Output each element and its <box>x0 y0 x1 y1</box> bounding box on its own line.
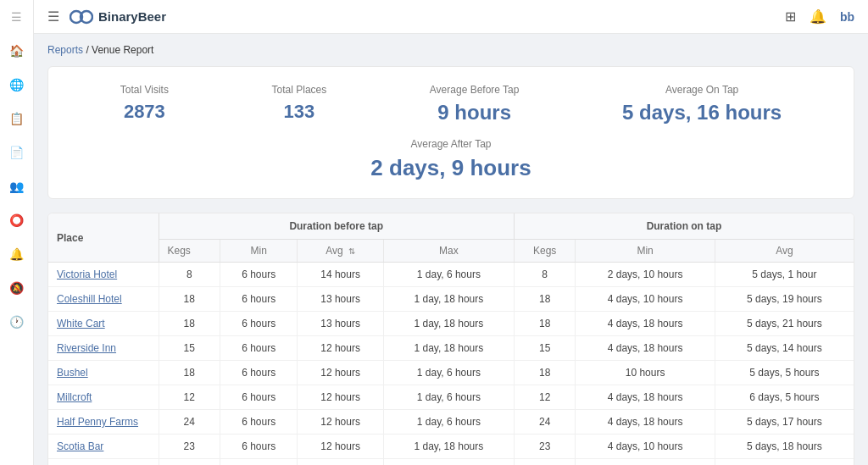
table-row: Half Penny Farms 24 6 hours 12 hours 1 d… <box>48 410 854 435</box>
cell-avg1: 12 hours <box>298 435 383 459</box>
cell-max1: 1 day, 18 hours <box>383 287 514 312</box>
cell-kegs2: 18 <box>514 287 575 312</box>
cell-avg1: 13 hours <box>298 312 383 336</box>
cell-kegs1: 24 <box>159 410 220 435</box>
venue-link[interactable]: Riverside Inn <box>57 342 116 354</box>
cell-kegs2: 23 <box>514 435 575 459</box>
cell-name: Bear Tavern <box>48 459 159 466</box>
table-row: Coleshill Hotel 18 6 hours 13 hours 1 da… <box>48 287 854 312</box>
cell-name: Victoria Hotel <box>48 263 159 287</box>
venue-link[interactable]: Victoria Hotel <box>57 268 117 280</box>
cell-min2: 4 days, 18 hours <box>576 459 715 466</box>
cell-kegs1: 15 <box>159 336 220 361</box>
subheader-min2: Min <box>576 240 715 263</box>
table-row: Riverside Inn 15 6 hours 12 hours 1 day,… <box>48 336 854 361</box>
cell-kegs2: 24 <box>514 410 575 435</box>
cell-kegs1: 18 <box>159 287 220 312</box>
table-body: Victoria Hotel 8 6 hours 14 hours 1 day,… <box>48 263 854 466</box>
stats-row-bottom: Average After Tap 2 days, 9 hours <box>69 138 833 181</box>
breadcrumb-parent[interactable]: Reports <box>47 44 83 56</box>
stat-avg-before-tap: Average Before Tap 9 hours <box>430 84 520 125</box>
sidebar-item-alert[interactable]: 🔕 <box>7 278 27 298</box>
subheader-kegs1: Kegs <box>159 240 220 263</box>
cell-avg1: 12 hours <box>298 336 383 361</box>
stat-avg-on-tap: Average On Tap 5 days, 16 hours <box>622 84 782 125</box>
cell-min1: 6 hours <box>220 361 297 385</box>
cell-kegs2: 12 <box>514 385 575 410</box>
subheader-avg1: Avg ⇅ <box>298 240 383 263</box>
venue-link[interactable]: Bushel <box>57 367 88 379</box>
total-visits-label: Total Visits <box>120 84 169 96</box>
cell-avg2: 5 days, 19 hours <box>715 287 854 312</box>
cell-min1: 6 hours <box>220 336 297 361</box>
venue-link[interactable]: Scotia Bar <box>57 440 103 452</box>
table-row: Bear Tavern 15 6 hours 12 hours 1 day, 6… <box>48 459 854 466</box>
table-row: Victoria Hotel 8 6 hours 14 hours 1 day,… <box>48 263 854 287</box>
sort-icon[interactable]: ⇅ <box>348 246 355 256</box>
cell-max1: 1 day, 6 hours <box>383 385 514 410</box>
cell-avg2: 6 days, 5 hours <box>715 385 854 410</box>
table-group-header-row: Place Duration before tap Duration on ta… <box>48 213 854 240</box>
sidebar-item-home[interactable]: 🏠 <box>7 41 27 61</box>
cell-min2: 4 days, 18 hours <box>576 385 715 410</box>
venue-link[interactable]: Millcroft <box>57 391 92 403</box>
sidebar-item-circle[interactable]: ⭕ <box>7 210 27 230</box>
cell-name: Coleshill Hotel <box>48 287 159 312</box>
cell-name: Scotia Bar <box>48 435 159 459</box>
cell-kegs2: 18 <box>514 312 575 336</box>
grid-icon[interactable]: ⊞ <box>785 8 796 25</box>
cell-name: Half Penny Farms <box>48 410 159 435</box>
main-wrapper: ☰ BinaryBeer ⊞ 🔔 bb Reports / Venue Repo… <box>34 0 868 465</box>
stat-avg-after-tap: Average After Tap 2 days, 9 hours <box>370 138 531 181</box>
cell-max1: 1 day, 6 hours <box>383 263 514 287</box>
cell-avg1: 12 hours <box>298 361 383 385</box>
sidebar-item-globe[interactable]: 🌐 <box>7 75 27 95</box>
cell-min1: 6 hours <box>220 312 297 336</box>
bell-icon[interactable]: 🔔 <box>810 8 826 25</box>
stat-total-places: Total Places 133 <box>272 84 327 125</box>
cell-min2: 4 days, 18 hours <box>576 312 715 336</box>
total-places-value: 133 <box>272 101 327 123</box>
subheader-min1: Min <box>220 240 297 263</box>
breadcrumb: Reports / Venue Report <box>47 44 854 56</box>
cell-min2: 4 days, 18 hours <box>576 336 715 361</box>
cell-avg2: 5 days, 21 hours <box>715 312 854 336</box>
venue-link[interactable]: Half Penny Farms <box>57 416 138 428</box>
subheader-avg2: Avg <box>715 240 854 263</box>
hamburger-icon[interactable]: ☰ <box>47 8 59 25</box>
subheader-max1: Max <box>383 240 514 263</box>
sidebar-hamburger[interactable]: ☰ <box>7 7 27 27</box>
cell-name: White Cart <box>48 312 159 336</box>
avg-on-tap-value: 5 days, 16 hours <box>622 101 782 125</box>
venue-link[interactable]: Coleshill Hotel <box>57 293 122 305</box>
logo: BinaryBeer <box>70 9 166 25</box>
avg-on-tap-label: Average On Tap <box>622 84 782 96</box>
cell-name: Bushel <box>48 361 159 385</box>
cell-min1: 6 hours <box>220 287 297 312</box>
cell-avg2: 5 days, 11 hours <box>715 459 854 466</box>
cell-kegs1: 12 <box>159 385 220 410</box>
cell-min1: 6 hours <box>220 435 297 459</box>
cell-min1: 6 hours <box>220 410 297 435</box>
sidebar-item-document[interactable]: 📄 <box>7 142 27 163</box>
cell-kegs1: 18 <box>159 361 220 385</box>
cell-max1: 1 day, 6 hours <box>383 410 514 435</box>
cell-min2: 2 days, 10 hours <box>576 263 715 287</box>
topbar-left: ☰ BinaryBeer <box>47 8 166 25</box>
content: Reports / Venue Report Total Visits 2873… <box>34 34 868 465</box>
stats-row-top: Total Visits 2873 Total Places 133 Avera… <box>69 84 833 125</box>
sidebar: ☰ 🏠 🌐 📋 📄 👥 ⭕ 🔔 🔕 🕐 <box>0 0 34 465</box>
cell-avg1: 12 hours <box>298 410 383 435</box>
venue-link[interactable]: White Cart <box>57 318 105 329</box>
sidebar-item-people[interactable]: 👥 <box>7 176 27 197</box>
sidebar-item-bell[interactable]: 🔔 <box>7 244 27 264</box>
user-icon[interactable]: bb <box>840 10 854 24</box>
sidebar-item-clock[interactable]: 🕐 <box>7 312 27 332</box>
table-row: Bushel 18 6 hours 12 hours 1 day, 6 hour… <box>48 361 854 385</box>
cell-avg2: 5 days, 14 hours <box>715 336 854 361</box>
cell-kegs1: 8 <box>159 263 220 287</box>
sidebar-item-reports[interactable]: 📋 <box>7 108 27 129</box>
cell-avg2: 5 days, 18 hours <box>715 435 854 459</box>
cell-min1: 6 hours <box>220 263 297 287</box>
cell-kegs2: 18 <box>514 361 575 385</box>
